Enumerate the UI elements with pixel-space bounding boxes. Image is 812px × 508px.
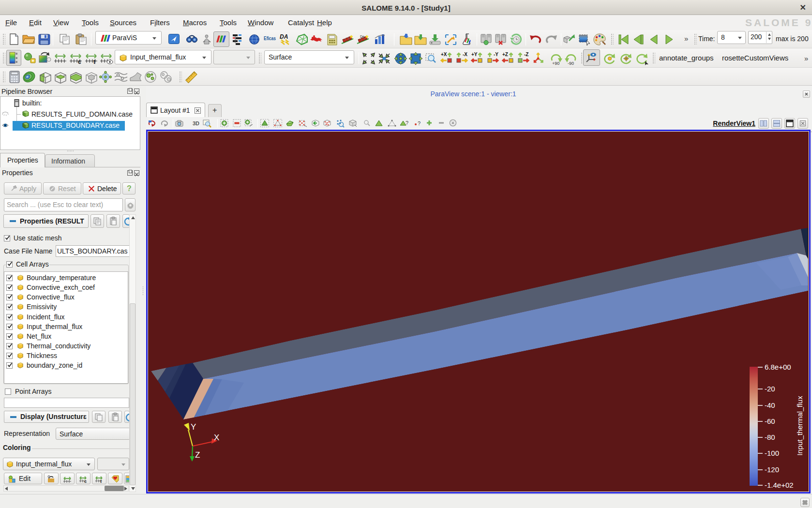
svg-text:t: t [93,59,95,64]
svg-text:X: X [214,433,219,442]
svg-text:-60: -60 [765,417,775,425]
svg-text:?: ? [406,120,408,126]
svg-text:DA: DA [280,33,288,40]
svg-text:-120: -120 [765,465,779,474]
svg-text:-80: -80 [765,433,775,441]
svg-text:3D: 3D [193,120,199,126]
svg-text:+Y: +Y [471,52,478,57]
svg-text:-20: -20 [765,385,775,393]
svg-text:-1.4e+02: -1.4e+02 [765,481,794,489]
svg-text:c: c [78,59,81,64]
svg-text:-40: -40 [765,401,775,409]
svg-text:-Z: -Z [524,52,528,57]
svg-text:-90: -90 [568,61,574,65]
svg-text:Z: Z [195,450,200,460]
svg-text:+90: +90 [552,61,559,65]
svg-text:6.8e+00: 6.8e+00 [765,363,791,371]
svg-text:?: ? [418,120,421,126]
svg-text:+Z: +Z [502,52,508,57]
svg-text:-100: -100 [765,449,779,457]
svg-text:-X: -X [463,52,467,57]
svg-text:Y: Y [191,422,196,432]
svg-text:-Y: -Y [494,52,498,57]
svg-text:t: t [100,479,102,483]
svg-text:+X: +X [441,52,447,57]
svg-text:De: De [360,35,364,38]
svg-text:Input_thermal_flux: Input_thermal_flux [796,396,804,456]
svg-text:c: c [84,479,87,483]
